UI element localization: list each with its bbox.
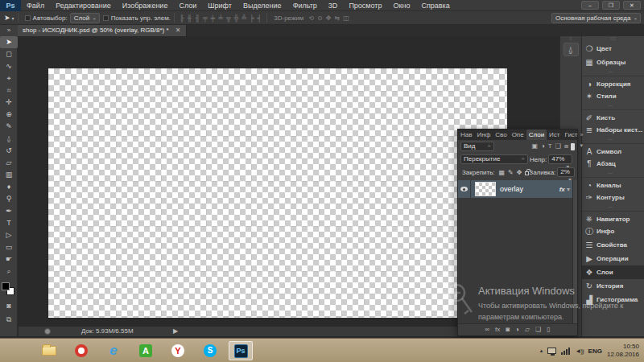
taskbar-opera-button[interactable] — [69, 341, 93, 360]
layer-row-overlay[interactable]: overlay fx ▾ — [458, 180, 572, 198]
taskbar-skype-button[interactable]: S — [198, 341, 222, 360]
filter-switch[interactable] — [571, 143, 575, 150]
taskbar-ie-button[interactable]: e — [101, 341, 126, 360]
lock-option-icon[interactable]: ✎ — [508, 169, 514, 176]
footer-delete-layer-icon[interactable]: ▯ — [547, 324, 550, 335]
panel-tab[interactable]: Гист — [563, 130, 580, 140]
footer-layer-mask-icon[interactable]: ◙ — [506, 324, 510, 335]
dock-item-brush[interactable]: ✐ Кисть — [582, 109, 644, 123]
autoselect-checkbox[interactable] — [25, 15, 31, 21]
footer-fx-icon[interactable]: fx — [495, 324, 500, 335]
tab-close-icon[interactable]: ✕ — [175, 27, 181, 34]
layer-filter-icon[interactable]: ▣ — [531, 142, 538, 150]
lock-option-icon[interactable]: ▦ — [499, 169, 506, 176]
tool-lasso[interactable]: ∿ — [0, 60, 18, 72]
footer-link-icon[interactable]: ∞ — [485, 324, 489, 335]
taskbar-explorer-button[interactable] — [37, 341, 61, 360]
layer-filter-icon[interactable]: ⧈ — [564, 142, 568, 150]
dock-item-styles[interactable]: ✶ Стили — [582, 89, 644, 103]
layer-thumbnail[interactable] — [475, 182, 496, 196]
tool-crop[interactable]: ⌗ — [0, 84, 18, 97]
dock-item-color[interactable]: ❍ Цвет — [582, 42, 644, 56]
panel-menu-icon[interactable]: » ▾ — [580, 130, 586, 140]
dock-item-actions[interactable]: ▶ Операции — [582, 252, 644, 265]
restore-button[interactable]: ❐ — [602, 1, 620, 10]
tool-gradient[interactable]: ▥ — [0, 169, 18, 181]
menu-item[interactable]: Изображение — [117, 0, 174, 11]
tool-zoom[interactable]: ⌕ — [0, 265, 18, 278]
dock-item-navigator[interactable]: ⎈ Навигатор — [582, 211, 644, 224]
fill-field[interactable]: 2%▾ — [557, 167, 575, 177]
tool-history-brush[interactable]: ↺ — [0, 145, 18, 157]
panel-tab[interactable]: Опе — [510, 130, 526, 140]
tool-quick-selection[interactable]: ⌖ — [0, 72, 18, 84]
menu-item[interactable]: Фильтр — [287, 0, 323, 11]
dock-item-history[interactable]: ↻ История — [582, 279, 644, 293]
taskbar-photoshop-button[interactable]: Ps — [229, 341, 253, 360]
panel-tab[interactable]: Нав — [458, 130, 474, 140]
display-tray-icon[interactable] — [547, 348, 556, 354]
layer-filter-icon[interactable]: ◑ — [541, 142, 545, 150]
dock-item-properties[interactable]: ☰ Свойства — [582, 238, 644, 252]
dock-item-paths[interactable]: ✑ Контуры — [582, 191, 644, 204]
blend-mode-dropdown[interactable]: Перекрытие÷ — [460, 154, 528, 164]
tool-blur[interactable]: ♦ — [0, 181, 18, 193]
dock-item-histogram[interactable]: ▟ Гистограмма — [582, 293, 644, 306]
tool-shape[interactable]: ▭ — [0, 241, 18, 253]
dock-item-swatches[interactable]: ▦ Образцы — [582, 56, 644, 69]
lock-option-icon[interactable]: ✥ — [517, 169, 522, 176]
layer-name[interactable]: overlay — [500, 185, 523, 193]
autoselect-target-dropdown[interactable]: Слой ÷ — [70, 13, 100, 23]
taskbar-yandex-button[interactable]: Y — [166, 341, 190, 360]
menu-item[interactable]: Шрифт — [202, 0, 237, 11]
foreground-color-swatch[interactable] — [2, 282, 10, 290]
quick-mask-button[interactable]: ◙ — [0, 302, 18, 310]
dock-item-paragraph[interactable]: ¶ Абзац — [582, 157, 644, 171]
tool-type[interactable]: T — [0, 217, 18, 229]
taskbar-a-app-button[interactable]: A — [134, 341, 158, 360]
footer-adjustment-layer-icon[interactable]: ◑ — [515, 324, 519, 335]
menu-item[interactable]: Просмотр — [343, 0, 387, 11]
lock-all-icon[interactable] — [525, 171, 530, 175]
network-tray-icon[interactable] — [561, 348, 570, 355]
clock[interactable]: 10:50 12.08.2016 — [607, 343, 642, 359]
hidden-icons-arrow-icon[interactable]: ▴ — [540, 348, 543, 354]
dock-item-adjustments[interactable]: ◑ Коррекция — [582, 76, 644, 89]
layer-filter-icon[interactable]: ❑ — [555, 142, 561, 150]
panel-tab[interactable]: Слои — [526, 130, 547, 140]
menu-item[interactable]: 3D — [323, 0, 344, 11]
panel-tab[interactable]: Ист — [547, 130, 562, 140]
tool-pen[interactable]: ✒ — [0, 205, 18, 217]
layer-visibility-eye-icon[interactable] — [460, 187, 468, 191]
menu-item[interactable]: Файл — [21, 0, 50, 11]
tool-brush[interactable]: ✎ — [0, 121, 18, 133]
show-transform-controls-checkbox[interactable] — [103, 15, 109, 21]
panel-tab[interactable]: Сво — [493, 130, 509, 140]
tool-marquee[interactable]: ◻ — [0, 48, 18, 60]
workspace-dropdown[interactable]: Основная рабочая среда ÷ — [551, 13, 641, 23]
menu-item[interactable]: Выделение — [237, 0, 287, 11]
tool-healing-brush[interactable]: ⊕ — [0, 109, 18, 121]
tool-clone-stamp[interactable]: ⍙ — [0, 133, 18, 145]
minimize-button[interactable]: – — [581, 1, 599, 10]
tool-eyedropper[interactable]: ✛ — [0, 97, 18, 109]
clone-source-panel-button[interactable]: ⍙ — [564, 43, 579, 56]
panel-tab[interactable]: Инф — [474, 130, 493, 140]
opacity-field[interactable]: 47%▾ — [548, 154, 572, 164]
language-indicator[interactable]: ENG — [588, 348, 602, 355]
menu-item[interactable]: Окно — [387, 0, 415, 11]
tools-panel-header[interactable]: » — [0, 25, 18, 36]
tool-preset-caret-icon[interactable]: ▾ — [12, 15, 14, 21]
tool-eraser[interactable]: ▱ — [0, 157, 18, 169]
menu-item[interactable]: Редактирование — [50, 0, 117, 11]
filter-kind-dropdown[interactable]: Вид÷ — [460, 142, 494, 151]
document-tab[interactable]: shop - ИСХОДНИК.psd @ 50% (overlay, RGB/… — [18, 25, 187, 36]
status-menu-arrow-icon[interactable]: ▶ — [173, 327, 178, 336]
dock-item-brush-presets[interactable]: ≣ Наборы кист... — [582, 123, 644, 137]
tool-hand[interactable]: ☛ — [0, 253, 18, 265]
dock-item-info[interactable]: ⓘ Инфо — [582, 224, 644, 238]
dock-item-character[interactable]: A Символ — [582, 143, 644, 157]
dock-item-layers[interactable]: ❖ Слои — [582, 265, 644, 279]
footer-group-folder-icon[interactable]: ▱ — [525, 324, 530, 335]
screen-mode-button[interactable]: ⧉ — [0, 315, 18, 324]
